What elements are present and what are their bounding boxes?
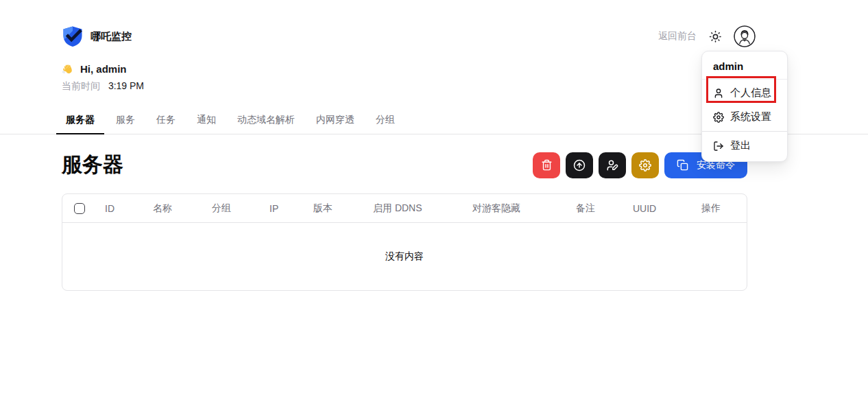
page-title: 服务器	[62, 151, 123, 179]
column-header-actions: 操作	[701, 202, 747, 215]
menu-item-logout-label: 登出	[730, 139, 751, 152]
user-avatar[interactable]	[734, 25, 756, 47]
user-pen-icon	[606, 159, 618, 172]
edit-user-button[interactable]	[599, 152, 626, 178]
sun-icon	[709, 30, 722, 43]
back-to-frontend-link[interactable]: 返回前台	[658, 30, 697, 43]
greeting-text: Hi, admin	[80, 63, 127, 75]
select-all-cell	[62, 203, 105, 214]
brand-name: 哪吒监控	[91, 30, 132, 43]
trash-icon	[541, 159, 553, 171]
tab-tasks[interactable]: 任务	[147, 108, 185, 134]
user-icon	[713, 88, 724, 99]
select-all-checkbox[interactable]	[74, 203, 85, 214]
current-time-value: 3:19 PM	[108, 80, 144, 91]
admin-dashboard-page: 哪吒监控 返回前台	[0, 0, 868, 402]
tab-servers[interactable]: 服务器	[56, 108, 104, 134]
nezha-shield-logo-icon	[62, 25, 84, 47]
dropdown-username: admin	[706, 55, 784, 78]
column-header-ddns: 启用 DDNS	[373, 202, 472, 215]
tab-ddns[interactable]: 动态域名解析	[228, 108, 304, 134]
column-header-ip: IP	[269, 203, 313, 214]
dropdown-separator	[702, 79, 787, 80]
menu-item-logout[interactable]: 登出	[706, 134, 784, 158]
column-header-name: 名称	[153, 202, 212, 215]
tab-groups[interactable]: 分组	[366, 108, 405, 134]
upload-button[interactable]	[566, 152, 593, 178]
column-header-group: 分组	[212, 202, 269, 215]
circle-arrow-up-icon	[573, 159, 586, 172]
tab-services[interactable]: 服务	[106, 108, 145, 134]
top-bar: 哪吒监控 返回前台	[62, 0, 756, 47]
waving-hand-icon	[62, 62, 75, 75]
current-time-label: 当前时间	[62, 80, 100, 91]
copy-icon	[677, 159, 688, 171]
gear-icon	[713, 112, 724, 123]
settings-button[interactable]	[631, 152, 659, 178]
column-header-uuid: UUID	[633, 203, 701, 214]
tab-notifications[interactable]: 通知	[187, 108, 226, 134]
empty-state: 没有内容	[62, 223, 747, 290]
logout-icon	[713, 141, 724, 152]
column-header-version: 版本	[313, 202, 373, 215]
brand[interactable]: 哪吒监控	[62, 25, 132, 47]
user-dropdown-menu: admin 个人信息 系统设置 登出	[701, 51, 788, 162]
theme-toggle-button[interactable]	[708, 29, 722, 43]
gear-icon	[639, 159, 651, 172]
tab-nat[interactable]: 内网穿透	[306, 108, 364, 134]
top-right-group: 返回前台	[658, 25, 756, 47]
column-header-note: 备注	[576, 202, 633, 215]
menu-item-system-settings-label: 系统设置	[730, 110, 771, 123]
servers-table: ID 名称 分组 IP 版本 启用 DDNS 对游客隐藏 备注 UUID 操作 …	[62, 193, 747, 291]
delete-button[interactable]	[533, 152, 560, 178]
column-header-hide-from-guest: 对游客隐藏	[472, 202, 576, 215]
menu-item-profile[interactable]: 个人信息	[706, 81, 784, 105]
dropdown-separator	[702, 131, 787, 132]
empty-state-text: 没有内容	[385, 250, 424, 263]
title-row: 服务器	[62, 151, 747, 179]
menu-item-profile-label: 个人信息	[730, 86, 771, 99]
main-content: 服务器	[62, 151, 747, 291]
menu-item-system-settings[interactable]: 系统设置	[706, 105, 784, 129]
table-header-row: ID 名称 分组 IP 版本 启用 DDNS 对游客隐藏 备注 UUID 操作	[62, 194, 747, 223]
column-header-id: ID	[105, 203, 153, 214]
